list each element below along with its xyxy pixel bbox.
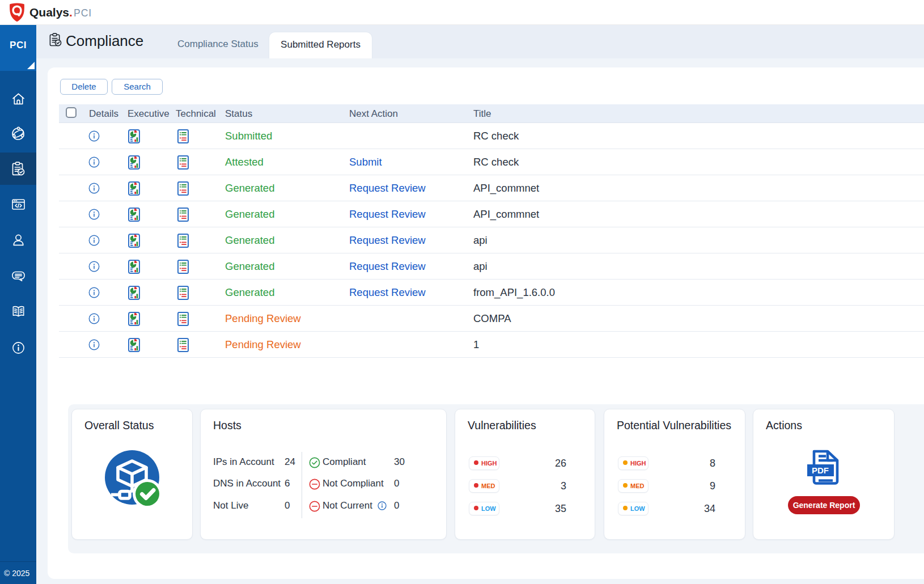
svg-text:PDF: PDF [812,465,829,475]
